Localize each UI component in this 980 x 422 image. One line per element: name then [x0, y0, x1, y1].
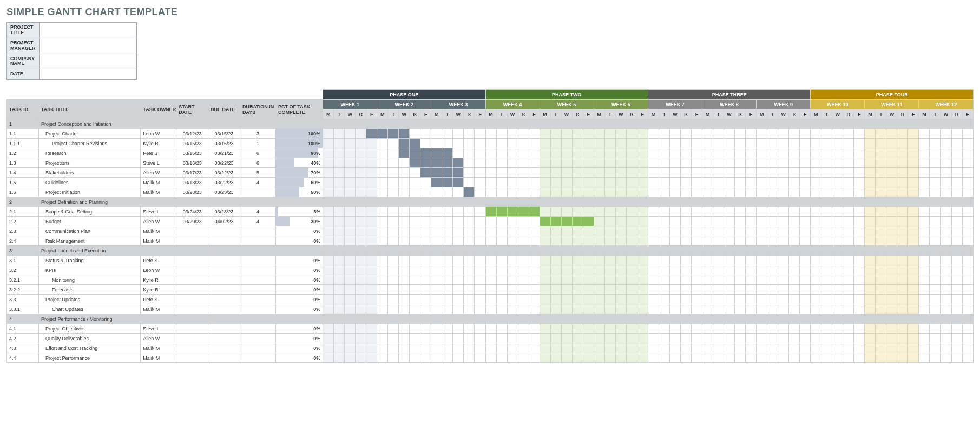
due-date[interactable]	[208, 226, 240, 236]
task-title[interactable]: Communication Plan	[38, 226, 140, 236]
due-date[interactable]	[208, 334, 240, 343]
pct-complete[interactable]: 50%	[275, 187, 323, 197]
pct-complete[interactable]: 100%	[275, 129, 323, 139]
start-date[interactable]	[176, 275, 208, 285]
due-date[interactable]: 03/22/23	[208, 178, 240, 187]
start-date[interactable]	[176, 304, 208, 314]
task-title[interactable]: Project Objectives	[38, 324, 140, 334]
task-title[interactable]: Stakeholders	[38, 168, 140, 178]
duration[interactable]: 4	[240, 217, 275, 226]
due-date[interactable]	[208, 236, 240, 246]
task-title[interactable]: Guidelines	[38, 178, 140, 187]
duration[interactable]	[240, 324, 275, 334]
duration[interactable]: 3	[240, 129, 275, 139]
pct-complete[interactable]: 0%	[275, 353, 323, 363]
task-title[interactable]: Project Charter	[38, 129, 140, 139]
duration[interactable]	[240, 256, 275, 265]
task-owner[interactable]: Malik M	[141, 353, 176, 363]
task-owner[interactable]: Malik M	[141, 187, 176, 197]
duration[interactable]	[240, 187, 275, 197]
due-date[interactable]	[208, 256, 240, 265]
task-owner[interactable]: Leon W	[141, 265, 176, 275]
due-date[interactable]: 03/28/23	[208, 207, 240, 217]
due-date[interactable]: 03/21/23	[208, 148, 240, 158]
start-date[interactable]	[176, 324, 208, 334]
start-date[interactable]	[176, 265, 208, 275]
pct-complete[interactable]: 0%	[275, 304, 323, 314]
duration[interactable]	[240, 226, 275, 236]
task-owner[interactable]: Malik M	[141, 343, 176, 353]
due-date[interactable]	[208, 324, 240, 334]
duration[interactable]	[240, 265, 275, 275]
task-owner[interactable]: Steve L	[141, 324, 176, 334]
pct-complete[interactable]: 90%	[275, 148, 323, 158]
pct-complete[interactable]: 0%	[275, 265, 323, 275]
due-date[interactable]	[208, 265, 240, 275]
start-date[interactable]: 03/17/23	[176, 168, 208, 178]
due-date[interactable]: 03/22/23	[208, 158, 240, 168]
task-title[interactable]: Risk Management	[38, 236, 140, 246]
start-date[interactable]	[176, 256, 208, 265]
due-date[interactable]	[208, 353, 240, 363]
task-owner[interactable]: Steve L	[141, 158, 176, 168]
duration[interactable]	[240, 334, 275, 343]
task-title[interactable]: Forecasts	[38, 285, 140, 295]
duration[interactable]: 6	[240, 158, 275, 168]
task-owner[interactable]: Pete S	[141, 148, 176, 158]
info-value[interactable]	[39, 38, 136, 54]
duration[interactable]	[240, 285, 275, 295]
info-value[interactable]	[39, 54, 136, 69]
task-title[interactable]: Project Performance	[38, 353, 140, 363]
info-value[interactable]	[39, 69, 136, 80]
task-title[interactable]: Chart Updates	[38, 304, 140, 314]
due-date[interactable]: 03/22/23	[208, 168, 240, 178]
task-title[interactable]: Project Initiation	[38, 187, 140, 197]
duration[interactable]: 5	[240, 168, 275, 178]
duration[interactable]: 4	[240, 207, 275, 217]
start-date[interactable]: 03/15/23	[176, 148, 208, 158]
duration[interactable]: 6	[240, 148, 275, 158]
due-date[interactable]: 03/15/23	[208, 129, 240, 139]
start-date[interactable]: 03/23/23	[176, 187, 208, 197]
task-title[interactable]: Project Updates	[38, 295, 140, 304]
task-owner[interactable]: Malik M	[141, 226, 176, 236]
start-date[interactable]: 03/18/23	[176, 178, 208, 187]
duration[interactable]: 1	[240, 139, 275, 148]
task-owner[interactable]: Leon W	[141, 129, 176, 139]
pct-complete[interactable]: 40%	[275, 158, 323, 168]
start-date[interactable]: 03/16/23	[176, 158, 208, 168]
task-title[interactable]: Projections	[38, 158, 140, 168]
start-date[interactable]	[176, 353, 208, 363]
due-date[interactable]: 04/02/23	[208, 217, 240, 226]
start-date[interactable]: 03/15/23	[176, 139, 208, 148]
duration[interactable]	[240, 295, 275, 304]
duration[interactable]: 4	[240, 178, 275, 187]
pct-complete[interactable]: 0%	[275, 343, 323, 353]
task-owner[interactable]: Pete S	[141, 295, 176, 304]
pct-complete[interactable]: 60%	[275, 178, 323, 187]
duration[interactable]	[240, 343, 275, 353]
task-title[interactable]: Budget	[38, 217, 140, 226]
task-title[interactable]: Scope & Goal Setting	[38, 207, 140, 217]
task-owner[interactable]: Kylie R	[141, 139, 176, 148]
pct-complete[interactable]: 70%	[275, 168, 323, 178]
task-title[interactable]: Monitoring	[38, 275, 140, 285]
due-date[interactable]: 03/16/23	[208, 139, 240, 148]
pct-complete[interactable]: 100%	[275, 139, 323, 148]
start-date[interactable]	[176, 343, 208, 353]
task-owner[interactable]: Allen W	[141, 217, 176, 226]
duration[interactable]	[240, 275, 275, 285]
task-owner[interactable]: Steve L	[141, 207, 176, 217]
start-date[interactable]	[176, 226, 208, 236]
pct-complete[interactable]: 0%	[275, 256, 323, 265]
pct-complete[interactable]: 0%	[275, 295, 323, 304]
start-date[interactable]: 03/29/23	[176, 217, 208, 226]
duration[interactable]	[240, 304, 275, 314]
due-date[interactable]	[208, 304, 240, 314]
task-owner[interactable]: Kylie R	[141, 275, 176, 285]
due-date[interactable]	[208, 285, 240, 295]
pct-complete[interactable]: 30%	[275, 217, 323, 226]
task-title[interactable]: Status & Tracking	[38, 256, 140, 265]
pct-complete[interactable]: 0%	[275, 226, 323, 236]
pct-complete[interactable]: 0%	[275, 236, 323, 246]
